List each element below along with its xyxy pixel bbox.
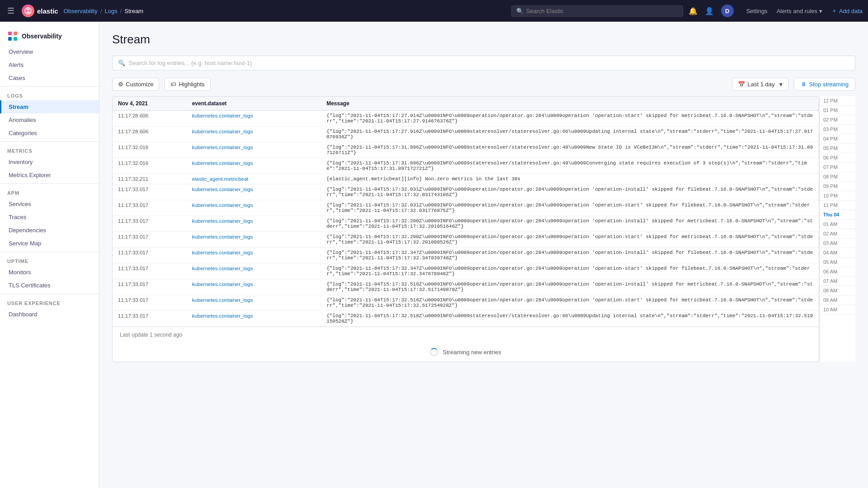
- settings-button[interactable]: Settings: [746, 8, 768, 14]
- timeline-item[interactable]: 02 PM: [820, 115, 855, 125]
- timeline-item[interactable]: 08 AM: [820, 286, 855, 296]
- col-date: Nov 4, 2021: [113, 97, 187, 111]
- table-row[interactable]: 11:17:33.017kubernetes.container_logs{"l…: [113, 311, 819, 327]
- sidebar-item-metrics-explorer[interactable]: Metrics Explorer: [0, 169, 99, 182]
- cell-time: 11:17:33.017: [113, 311, 187, 327]
- sidebar-item-dashboard[interactable]: Dashboard: [0, 308, 99, 321]
- svg-point-1: [27, 9, 30, 10]
- cell-time: 11:17:33.017: [113, 279, 187, 295]
- table-row[interactable]: 11:17:32.211elastic_agent.metricbeat[ela…: [113, 174, 819, 184]
- stop-streaming-button[interactable]: ⏸ Stop streaming: [794, 78, 855, 91]
- sidebar-item-dependencies[interactable]: Dependencies: [0, 224, 99, 237]
- log-search-input[interactable]: [129, 60, 849, 66]
- highlights-button[interactable]: 🏷 Highlights: [165, 78, 210, 91]
- svg-rect-5: [8, 37, 12, 41]
- sidebar-item-label: Dashboard: [9, 311, 38, 318]
- timeline-item[interactable]: 07 PM: [820, 163, 855, 172]
- date-range-picker[interactable]: 📅 Last 1 day ▾: [732, 78, 788, 91]
- timeline-item[interactable]: 04 AM: [820, 248, 855, 258]
- notification-icon[interactable]: 🔔: [689, 7, 698, 15]
- timeline-item[interactable]: Thu 04: [820, 210, 855, 220]
- timeline-item[interactable]: 03 AM: [820, 239, 855, 248]
- timeline-item[interactable]: 10 PM: [820, 191, 855, 201]
- timeline-item[interactable]: 01 PM: [820, 106, 855, 115]
- svg-point-2: [27, 11, 30, 13]
- timeline-item[interactable]: 05 PM: [820, 144, 855, 153]
- user-icon[interactable]: 👤: [705, 7, 714, 15]
- table-row[interactable]: 11:17:33.017kubernetes.container_logs{"l…: [113, 263, 819, 279]
- page-title: Stream: [112, 33, 855, 47]
- cell-time: 11:17:28.606: [113, 127, 187, 142]
- sidebar-item-monitors[interactable]: Monitors: [0, 266, 99, 279]
- cell-dataset: kubernetes.container_logs: [187, 184, 321, 200]
- table-row[interactable]: 11:17:33.017kubernetes.container_logs{"l…: [113, 295, 819, 311]
- search-icon: 🔍: [516, 8, 524, 14]
- breadcrumb-stream[interactable]: Stream: [124, 8, 143, 14]
- timeline-item[interactable]: 03 PM: [820, 125, 855, 134]
- log-table: Nov 4, 2021 event.dataset Message 11:17:…: [113, 97, 819, 327]
- sidebar-item-label: Anomalies: [9, 117, 36, 123]
- table-row[interactable]: 11:17:28.606kubernetes.container_logs{"l…: [113, 111, 819, 127]
- cell-time: 11:17:32.211: [113, 174, 187, 184]
- sidebar-item-tls[interactable]: TLS Certificates: [0, 279, 99, 292]
- breadcrumb-logs[interactable]: Logs: [104, 8, 117, 14]
- sidebar-item-anomalies[interactable]: Anomalies: [0, 113, 99, 127]
- timeline-item[interactable]: 04 PM: [820, 134, 855, 144]
- sidebar-item-alerts[interactable]: Alerts: [0, 58, 99, 71]
- top-search-bar[interactable]: 🔍: [511, 5, 683, 17]
- sidebar-item-categories[interactable]: Categories: [0, 127, 99, 140]
- add-data-button[interactable]: ＋ Add data: [831, 7, 863, 15]
- timeline-item[interactable]: 11 PM: [820, 201, 855, 210]
- table-row[interactable]: 11:17:33.017kubernetes.container_logs{"l…: [113, 248, 819, 263]
- sidebar-item-services[interactable]: Services: [0, 197, 99, 211]
- table-row[interactable]: 11:17:33.017kubernetes.container_logs{"l…: [113, 279, 819, 295]
- cell-dataset: kubernetes.container_logs: [187, 295, 321, 311]
- cell-time: 11:17:32.016: [113, 158, 187, 174]
- main-layout: Observability Overview Alerts Cases Logs…: [0, 22, 868, 488]
- sidebar-item-service-map[interactable]: Service Map: [0, 237, 99, 250]
- sidebar-item-inventory[interactable]: Inventory: [0, 155, 99, 169]
- table-row[interactable]: 11:17:33.017kubernetes.container_logs{"l…: [113, 200, 819, 216]
- sidebar-section-apm: APM: [0, 186, 99, 197]
- timeline-item[interactable]: 08 PM: [820, 172, 855, 182]
- cell-dataset: kubernetes.container_logs: [187, 200, 321, 216]
- timeline-item[interactable]: 06 AM: [820, 267, 855, 277]
- cell-dataset: kubernetes.container_logs: [187, 127, 321, 142]
- svg-rect-4: [14, 32, 17, 35]
- cell-time: 11:17:33.017: [113, 184, 187, 200]
- sidebar-item-stream[interactable]: Stream: [0, 100, 99, 113]
- customize-button[interactable]: ⚙ Customize: [112, 78, 159, 91]
- observability-icon: [7, 31, 18, 42]
- timeline-item[interactable]: 02 AM: [820, 229, 855, 239]
- table-row[interactable]: 11:17:32.016kubernetes.container_logs{"l…: [113, 158, 819, 174]
- timeline-item[interactable]: 12 PM: [820, 96, 855, 106]
- sidebar-item-label: Stream: [9, 103, 28, 110]
- timeline-item[interactable]: 09 AM: [820, 296, 855, 305]
- table-row[interactable]: 11:17:33.017kubernetes.container_logs{"l…: [113, 216, 819, 232]
- sidebar-item-overview[interactable]: Overview: [0, 45, 99, 58]
- timeline-item[interactable]: 09 PM: [820, 182, 855, 191]
- table-row[interactable]: 11:17:33.017kubernetes.container_logs{"l…: [113, 184, 819, 200]
- table-row[interactable]: 11:17:33.017kubernetes.container_logs{"l…: [113, 232, 819, 248]
- elastic-logo-text: elastic: [37, 7, 58, 15]
- sidebar-item-label: Metrics Explorer: [9, 172, 51, 178]
- alerts-rules-button[interactable]: Alerts and rules ▾: [777, 8, 822, 14]
- sidebar-item-cases[interactable]: Cases: [0, 71, 99, 84]
- log-search-bar[interactable]: 🔍: [112, 56, 855, 70]
- top-search-input[interactable]: [526, 8, 678, 14]
- timeline-item[interactable]: 06 PM: [820, 153, 855, 163]
- timeline-item[interactable]: 07 AM: [820, 277, 855, 286]
- timeline-item[interactable]: 01 AM: [820, 220, 855, 229]
- sidebar-section-metrics: Metrics: [0, 144, 99, 155]
- cell-time: 11:17:32.016: [113, 142, 187, 158]
- sidebar-divider-4: [0, 252, 99, 252]
- table-row[interactable]: 11:17:32.016kubernetes.container_logs{"l…: [113, 142, 819, 158]
- user-avatar[interactable]: D: [721, 5, 734, 17]
- hamburger-menu[interactable]: ☰: [5, 6, 16, 16]
- timeline-item[interactable]: 10 AM: [820, 305, 855, 314]
- sidebar-item-traces[interactable]: Traces: [0, 211, 99, 224]
- table-row[interactable]: 11:17:28.606kubernetes.container_logs{"l…: [113, 127, 819, 142]
- breadcrumb-observability[interactable]: Observability: [64, 8, 98, 14]
- log-area: Nov 4, 2021 event.dataset Message 11:17:…: [112, 96, 855, 362]
- timeline-item[interactable]: 05 AM: [820, 258, 855, 267]
